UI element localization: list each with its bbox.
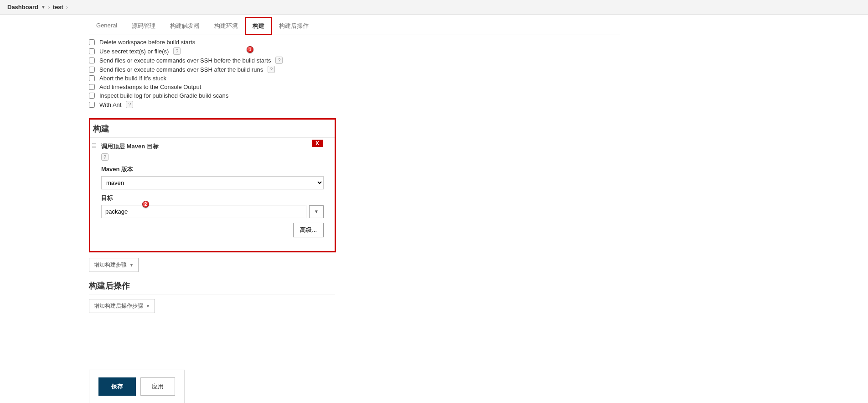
checkbox-4[interactable] — [89, 75, 95, 81]
checkbox-1[interactable] — [89, 48, 95, 54]
checkbox-row: Send files or execute commands over SSH … — [89, 56, 620, 65]
breadcrumb-separator: › — [66, 4, 68, 10]
build-section: 构建 X 调用顶层 Maven 目标 ? Maven 版本 maven 2 目标… — [89, 118, 336, 252]
checkbox-label[interactable]: Inspect build log for published Gradle b… — [99, 92, 228, 99]
caret-down-icon: ▼ — [129, 263, 134, 267]
help-icon[interactable]: ? — [173, 47, 181, 55]
checkbox-7[interactable] — [89, 102, 95, 108]
checkbox-label[interactable]: Send files or execute commands over SSH … — [99, 66, 263, 73]
build-step-title: 调用顶层 Maven 目标 — [101, 142, 330, 151]
checkbox-6[interactable] — [89, 93, 95, 99]
divider — [89, 294, 335, 294]
tab-3[interactable]: 构建环境 — [207, 17, 245, 35]
add-post-build-step-button[interactable]: 增加构建后操作步骤 ▼ — [89, 299, 155, 313]
checkbox-row: Use secret text(s) or file(s)? — [89, 47, 620, 56]
help-icon[interactable]: ? — [101, 153, 108, 161]
advanced-button[interactable]: 高级... — [293, 223, 324, 237]
checkbox-label[interactable]: Abort the build if it's stuck — [99, 75, 166, 82]
target-label: 目标 — [101, 194, 330, 202]
breadcrumb-separator: › — [48, 4, 50, 10]
help-icon[interactable]: ? — [126, 101, 133, 108]
tab-1[interactable]: 源码管理 — [124, 17, 163, 35]
maven-build-step: X 调用顶层 Maven 目标 ? Maven 版本 maven 2 目标 ▼ … — [90, 138, 335, 251]
delete-step-button[interactable]: X — [312, 140, 323, 147]
checkbox-row: Abort the build if it's stuck — [89, 74, 620, 83]
add-post-build-step-label: 增加构建后操作步骤 — [94, 302, 143, 310]
breadcrumb: Dashboard ▼ › test › — [0, 0, 868, 15]
caret-down-icon: ▼ — [146, 304, 150, 309]
checkbox-5[interactable] — [89, 84, 95, 90]
checkbox-label[interactable]: Delete workspace before build starts — [99, 39, 195, 46]
expand-target-button[interactable]: ▼ — [309, 205, 324, 218]
checkbox-row: With Ant? — [89, 100, 620, 109]
checkbox-row: Delete workspace before build starts — [89, 38, 620, 47]
checkbox-label[interactable]: With Ant — [99, 101, 121, 108]
tab-2[interactable]: 构建触发器 — [163, 17, 207, 35]
post-build-title: 构建后操作 — [89, 280, 620, 291]
checkbox-0[interactable] — [89, 39, 95, 45]
checkbox-label[interactable]: Send files or execute commands over SSH … — [99, 57, 271, 64]
maven-version-select[interactable]: maven — [101, 176, 324, 189]
help-icon[interactable]: ? — [268, 66, 275, 73]
checkbox-row: Send files or execute commands over SSH … — [89, 65, 620, 74]
target-input[interactable] — [101, 205, 306, 218]
add-build-step-label: 增加构建步骤 — [94, 261, 127, 269]
tab-4[interactable]: 构建 — [245, 17, 272, 35]
config-tabs: General源码管理构建触发器构建环境构建构建后操作 — [89, 17, 620, 35]
help-icon[interactable]: ? — [275, 57, 283, 64]
checkbox-row: Inspect build log for published Gradle b… — [89, 91, 620, 100]
add-build-step-button[interactable]: 增加构建步骤 ▼ — [89, 258, 139, 272]
annotation-callout-1: 1 — [247, 46, 253, 53]
checkbox-label[interactable]: Add timestamps to the Console Output — [99, 84, 201, 90]
breadcrumb-project[interactable]: test — [53, 4, 63, 10]
breadcrumb-dashboard[interactable]: Dashboard — [7, 4, 38, 10]
drag-handle-icon[interactable] — [92, 143, 96, 150]
tab-5[interactable]: 构建后操作 — [272, 17, 316, 35]
build-env-options: Delete workspace before build startsUse … — [89, 35, 620, 118]
chevron-down-icon[interactable]: ▼ — [41, 5, 46, 10]
tab-0[interactable]: General — [89, 17, 124, 35]
triangle-down-icon: ▼ — [314, 209, 319, 214]
checkbox-3[interactable] — [89, 67, 95, 73]
maven-version-label: Maven 版本 — [101, 165, 330, 173]
checkbox-2[interactable] — [89, 58, 95, 63]
checkbox-row: Add timestamps to the Console Output — [89, 83, 620, 91]
annotation-callout-2: 2 — [142, 201, 149, 208]
build-section-title: 构建 — [90, 120, 335, 137]
checkbox-label[interactable]: Use secret text(s) or file(s) — [99, 48, 169, 55]
